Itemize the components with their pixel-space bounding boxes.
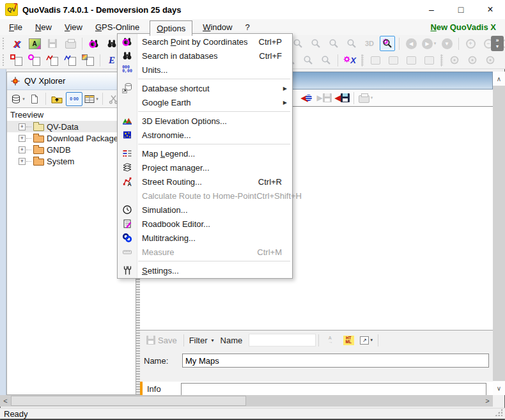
open-map-button[interactable]: A [27,36,42,51]
new-item-button[interactable] [27,91,42,107]
menu-options[interactable]: Options [150,20,192,36]
toolbar-grip[interactable] [2,54,5,66]
tree-item-download-packages[interactable]: + Download Packages [7,132,136,144]
new-quovadis-x-link[interactable]: New QuoVadis X [430,22,496,32]
scroll-down-button[interactable]: ∨ [493,381,505,395]
view-layout-button-active[interactable]: 0 00 [66,92,82,106]
zoom-last-button[interactable] [318,52,334,68]
import-to-db-button[interactable]: ◀ [299,90,314,105]
zoom-window-button[interactable] [344,36,359,51]
toolbar-grip[interactable] [2,37,5,50]
menu-item-map-legend[interactable]: Map Legend... [118,146,292,160]
menu-window[interactable]: Window [196,20,238,35]
menu-item-astronomie[interactable]: Astronomie... [118,128,292,142]
nav-down-button[interactable]: ▼ [439,36,454,51]
new-route-button[interactable] [45,52,60,68]
menu-item-measure[interactable]: Measure Ctrl+M [118,245,292,259]
tree-item-system[interactable]: + System [7,155,136,167]
scroll-right-button[interactable]: > [482,395,493,407]
database-select-button[interactable]: ▾ [10,91,26,107]
nav-forward-dropdown-icon[interactable]: ▾ [434,41,437,46]
scale-plus-button[interactable]: + [463,36,478,51]
link-object-button[interactable] [403,52,419,68]
open-in-window-button[interactable]: ↗ ▾ [359,332,374,348]
close-button[interactable]: × [476,0,505,19]
filter-dropdown-icon[interactable]: ▾ [212,338,214,343]
menu-item-google-earth[interactable]: Google Earth ▶ [118,95,292,109]
expand-icon[interactable]: + [19,146,26,153]
html-view-button[interactable]: HTML [341,332,356,348]
expand-icon[interactable]: + [19,158,26,165]
remove-marker-button[interactable]: X [342,52,357,68]
minimize-button[interactable]: – [417,0,446,19]
print-dropdown-icon[interactable]: ▾ [371,95,373,100]
link-chain-button[interactable] [421,52,437,68]
menu-file[interactable]: File [3,20,29,35]
new-drawing-button[interactable] [81,52,96,68]
menu-item-database-shortcut[interactable]: Database shortcut ▶ [118,81,292,95]
menu-item-units[interactable]: 0000,00 Units... [118,63,292,77]
export-save-button-disabled[interactable]: ▶ [316,90,332,105]
toolbar-overflow-button[interactable]: » ▼ [491,36,504,51]
vertical-scroll-track[interactable] [493,86,505,381]
menu-item-3d-elevation[interactable]: 3D Elevation Options... [118,114,292,128]
html-icon: HTML [343,336,354,345]
menu-new[interactable]: New [29,20,58,35]
database-dropdown-icon[interactable]: ▾ [22,97,25,102]
print-map-button-disabled[interactable]: ▾ [358,90,373,105]
horizontal-scroll-thumb[interactable] [11,396,246,406]
menu-item-search-point[interactable]: Search Point by Coordinates Ctrl+P [118,35,292,49]
maximize-button[interactable]: □ [446,0,476,19]
zoom-point-button-active[interactable] [380,36,395,51]
zoom-area-button[interactable] [326,36,341,51]
search-point-button[interactable] [86,36,102,51]
import-save-button[interactable]: ◀ [334,90,350,105]
new-point-button[interactable] [27,52,42,68]
qv-xplorer-header[interactable]: QV Xplorer [7,72,136,90]
save-detail-button-disabled[interactable]: Save [146,332,180,348]
open-window-dropdown-icon[interactable]: ▾ [370,338,373,343]
menu-view[interactable]: View [58,20,89,35]
menu-item-project-manager[interactable]: Project manager... [118,160,292,175]
tree-item-gndb[interactable]: + GNDB [7,144,136,155]
menu-item-search-databases[interactable]: Search in databases Ctrl+F [118,49,292,63]
search-cd-button[interactable] [465,52,480,68]
nav-forward-button[interactable]: ▶▾ [421,36,437,51]
zoom-in-icon [311,38,321,49]
sort-button-disabled[interactable]: A→ [323,332,338,348]
menu-gps-online[interactable]: GPS-Online [89,20,146,35]
layer-copy-button[interactable] [368,52,383,68]
new-waypoint-button[interactable] [9,52,24,68]
filter-input[interactable] [249,334,316,346]
nav-back-button[interactable]: ◀ [403,36,419,51]
eject-cd-button[interactable] [483,52,498,68]
menu-help[interactable]: ? [238,20,256,35]
tree-item-qv-data[interactable]: + QV-Data [7,121,136,132]
table-view-button[interactable]: ▾ [84,91,99,107]
save-button-disabled[interactable] [45,36,60,51]
zoom-next-button[interactable] [300,52,316,68]
menu-item-calculate-route-home[interactable]: Calculate Route to Home-Point Ctrl+Shift… [118,189,292,203]
new-track-button[interactable] [63,52,78,68]
move-object-button[interactable] [385,52,401,68]
menu-item-street-routing[interactable]: Street Routing... Ctrl+R [118,175,292,189]
name-field-input[interactable] [182,354,489,368]
menu-item-simulation[interactable]: Simulation... [118,203,292,217]
vertical-scrollbar[interactable]: ∧ ∨ [493,72,505,395]
folder-up-button[interactable] [49,91,65,107]
horizontal-scrollbar[interactable]: < > [0,395,493,407]
view-3d-button[interactable]: 3D [362,36,377,51]
menu-item-multitracking[interactable]: Multitracking... [118,231,292,245]
expand-icon[interactable]: + [19,135,26,142]
exit-button[interactable]: X [9,36,24,51]
print-button-disabled[interactable] [63,36,78,51]
scroll-up-button[interactable]: ∧ [493,72,505,86]
resize-grip[interactable] [495,408,502,416]
zoom-in-button[interactable] [308,36,323,51]
menu-item-roadbook-editor[interactable]: Roadbook Editor... [118,217,292,231]
table-view-dropdown-icon[interactable]: ▾ [96,97,98,102]
burn-cd-button[interactable] [447,52,462,68]
menu-item-settings[interactable]: Settings... [118,263,292,277]
scroll-left-button[interactable]: < [0,395,11,407]
expand-icon[interactable]: + [19,123,26,130]
